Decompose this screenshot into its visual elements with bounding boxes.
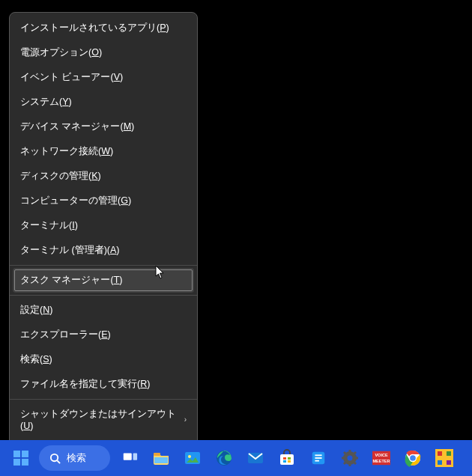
- menu-item-label: 電源オプション(O): [20, 46, 102, 59]
- svg-point-7: [188, 455, 191, 458]
- menu-item-system[interactable]: システム(Y): [10, 90, 197, 115]
- svg-rect-17: [315, 457, 321, 459]
- menu-item-power-options[interactable]: 電源オプション(O): [10, 40, 197, 65]
- menu-item-label: ファイル名を指定して実行(R): [20, 378, 150, 391]
- winx-context-menu: インストールされているアプリ(P)電源オプション(O)イベント ビューアー(V)…: [9, 12, 198, 466]
- menu-item-label: ターミナル (管理者)(A): [20, 244, 119, 257]
- svg-rect-14: [288, 460, 291, 463]
- task-view-icon: [121, 449, 139, 467]
- menu-item-settings[interactable]: 設定(N): [10, 298, 197, 323]
- menu-item-disk-management[interactable]: ディスクの管理(K): [10, 164, 197, 189]
- svg-rect-18: [315, 460, 319, 462]
- menu-item-shutdown-signout[interactable]: シャットダウンまたはサインアウト(U)›: [10, 402, 197, 437]
- menu-item-label: イベント ビューアー(V): [20, 71, 123, 84]
- svg-rect-10: [280, 454, 294, 465]
- menu-separator: [10, 399, 197, 400]
- file-explorer-taskbar-button[interactable]: [146, 443, 176, 473]
- edge-taskbar-button[interactable]: [209, 443, 239, 473]
- menu-item-label: ターミナル(I): [20, 219, 78, 232]
- svg-rect-4: [154, 453, 160, 456]
- menu-separator: [10, 295, 197, 296]
- chevron-right-icon: ›: [184, 415, 187, 424]
- store-taskbar-button[interactable]: [272, 443, 302, 473]
- menu-item-label: シャットダウンまたはサインアウト(U): [20, 408, 184, 431]
- mail-icon: [246, 449, 264, 467]
- menu-item-label: 設定(N): [20, 304, 52, 317]
- settings-gear-icon: [341, 449, 359, 467]
- edge-icon: [215, 449, 233, 467]
- svg-rect-5: [154, 457, 168, 463]
- menu-item-label: タスク マネージャー(T): [20, 274, 122, 287]
- menu-item-computer-management[interactable]: コンピューターの管理(G): [10, 189, 197, 213]
- photos-taskbar-button[interactable]: [178, 443, 208, 473]
- menu-item-label: インストールされているアプリ(P): [20, 22, 169, 34]
- file-explorer-icon: [152, 449, 170, 467]
- svg-rect-39: [447, 460, 451, 465]
- svg-rect-37: [447, 451, 451, 456]
- svg-rect-3: [133, 454, 138, 460]
- windows-logo-icon: [13, 451, 28, 466]
- search-label: 検索: [67, 451, 86, 465]
- svg-rect-16: [315, 454, 321, 456]
- menu-item-label: ネットワーク接続(W): [20, 145, 113, 158]
- menu-item-label: エクスプローラー(E): [20, 329, 111, 341]
- menu-item-installed-apps[interactable]: インストールされているアプリ(P): [10, 16, 197, 40]
- svg-line-25: [344, 452, 346, 454]
- svg-text:MEETER: MEETER: [373, 459, 390, 463]
- store-icon: [278, 449, 296, 467]
- svg-line-27: [344, 462, 346, 464]
- menu-item-label: コンピューターの管理(G): [20, 195, 131, 207]
- taskbar-search[interactable]: 検索: [39, 445, 110, 471]
- voicemeeter-icon: VOICEMEETER: [372, 449, 390, 467]
- app-yellow-taskbar-button[interactable]: [429, 443, 459, 473]
- svg-point-20: [348, 456, 353, 461]
- chrome-icon: [404, 449, 422, 467]
- start-button[interactable]: [7, 445, 34, 472]
- svg-point-0: [51, 454, 58, 460]
- svg-rect-2: [124, 454, 132, 460]
- menu-item-terminal[interactable]: ターミナル(I): [10, 213, 197, 238]
- app-yellow-icon: [435, 449, 453, 467]
- svg-rect-36: [438, 451, 442, 456]
- menu-item-label: ディスクの管理(K): [20, 170, 101, 183]
- svg-line-28: [354, 452, 356, 454]
- chrome-taskbar-button[interactable]: [398, 443, 428, 473]
- menu-item-terminal-admin[interactable]: ターミナル (管理者)(A): [10, 238, 197, 263]
- svg-text:VOICE: VOICE: [375, 453, 387, 457]
- menu-item-device-manager[interactable]: デバイス マネージャー(M): [10, 115, 197, 139]
- voicemeeter-taskbar-button[interactable]: VOICEMEETER: [366, 443, 396, 473]
- menu-item-run[interactable]: ファイル名を指定して実行(R): [10, 372, 197, 397]
- mail-taskbar-button[interactable]: [240, 443, 270, 473]
- svg-rect-11: [283, 457, 286, 460]
- taskbar: 検索 VOICEMEETER: [0, 440, 472, 476]
- menu-item-file-explorer[interactable]: エクスプローラー(E): [10, 323, 197, 347]
- svg-line-26: [354, 462, 356, 464]
- svg-rect-38: [438, 460, 442, 465]
- svg-rect-13: [283, 460, 286, 463]
- app-blue-taskbar-button[interactable]: [303, 443, 333, 473]
- menu-item-event-viewer[interactable]: イベント ビューアー(V): [10, 65, 197, 90]
- svg-line-1: [57, 460, 60, 463]
- menu-separator: [10, 265, 197, 266]
- menu-item-search[interactable]: 検索(S): [10, 347, 197, 372]
- menu-item-label: システム(Y): [20, 96, 72, 109]
- menu-item-label: 検索(S): [20, 353, 52, 366]
- task-view-taskbar-button[interactable]: [115, 443, 145, 473]
- settings-gear-taskbar-button[interactable]: [335, 443, 365, 473]
- menu-item-label: デバイス マネージャー(M): [20, 120, 134, 133]
- svg-rect-12: [288, 457, 291, 460]
- menu-item-task-manager[interactable]: タスク マネージャー(T): [13, 268, 194, 293]
- menu-item-network-connections[interactable]: ネットワーク接続(W): [10, 139, 197, 164]
- app-blue-icon: [309, 449, 327, 467]
- photos-icon: [184, 449, 202, 467]
- search-icon: [49, 453, 61, 464]
